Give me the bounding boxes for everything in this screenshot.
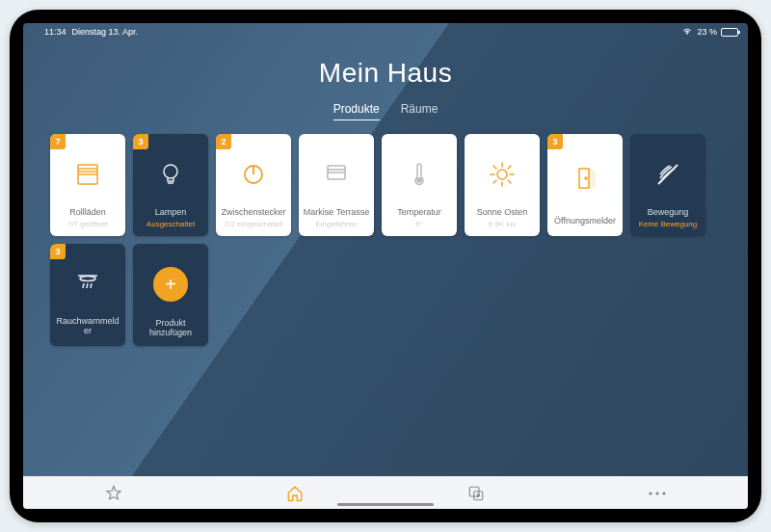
- bulb-icon: [155, 159, 186, 190]
- card-shutters[interactable]: 7 Rollläden 7/7 geöffnet: [50, 134, 125, 236]
- awning-icon: [321, 159, 352, 190]
- svg-point-4: [164, 165, 177, 178]
- home-indicator: [337, 503, 434, 506]
- motion-icon: [652, 159, 683, 190]
- badge: 2: [216, 134, 231, 149]
- card-sub: Ausgeschaltet: [146, 220, 195, 228]
- badge: 3: [547, 134, 563, 149]
- card-awning[interactable]: Markise Terrasse Eingefahren: [299, 134, 374, 236]
- svg-point-11: [417, 178, 421, 182]
- svg-point-29: [655, 492, 658, 494]
- svg-line-19: [493, 180, 496, 183]
- svg-line-18: [508, 180, 511, 183]
- card-label: Bewegung: [648, 208, 689, 218]
- card-sub: 6°: [415, 220, 423, 228]
- badge: 7: [50, 134, 66, 149]
- sun-icon: [487, 159, 518, 190]
- status-time: 11:34: [44, 27, 66, 37]
- nav-more[interactable]: [647, 483, 668, 504]
- page-title: Mein Haus: [23, 58, 748, 89]
- card-motion[interactable]: Bewegung Keine Bewegung: [630, 134, 705, 236]
- card-label: Öffnungsmelder: [554, 217, 616, 226]
- card-smoke[interactable]: 3 Rauchwarnmelder: [50, 244, 125, 346]
- svg-point-22: [585, 177, 587, 179]
- tab-products[interactable]: Produkte: [333, 102, 380, 120]
- thermometer-icon: [404, 159, 435, 190]
- svg-point-30: [662, 492, 665, 494]
- tabs: Produkte Räume: [23, 102, 748, 120]
- card-sub: Eingefahren: [315, 220, 357, 228]
- status-bar: 11:34 Dienstag 13. Apr. 23 %: [23, 23, 748, 39]
- card-sub: Keine Bewegung: [639, 220, 698, 228]
- svg-line-20: [508, 166, 511, 169]
- card-label: Rauchwarnmelder: [54, 317, 121, 336]
- card-plugs[interactable]: 2 Zwischenstecker 2/2 eingeschaltet: [216, 134, 291, 236]
- card-label: Sonne Osten: [477, 208, 528, 218]
- status-date: Dienstag 13. Apr.: [72, 27, 139, 37]
- card-label: Lampen: [155, 208, 187, 218]
- svg-line-17: [493, 166, 496, 169]
- tab-rooms[interactable]: Räume: [401, 102, 439, 120]
- screen: 11:34 Dienstag 13. Apr. 23 % Mein Haus P…: [23, 23, 748, 509]
- plus-icon: +: [153, 267, 188, 302]
- svg-point-12: [497, 170, 507, 179]
- nav-favorites[interactable]: [103, 483, 124, 504]
- card-lamps[interactable]: 3 Lampen Ausgeschaltet: [133, 134, 208, 236]
- card-sub: 2/2 eingeschaltet: [225, 220, 283, 228]
- smoke-detector-icon: [72, 268, 103, 299]
- card-label: Markise Terrasse: [304, 208, 369, 218]
- badge: 3: [50, 244, 66, 259]
- card-sub: 7/7 geöffnet: [67, 220, 108, 228]
- svg-point-28: [649, 492, 651, 494]
- shutter-icon: [72, 159, 103, 190]
- bottom-nav: [23, 476, 748, 509]
- card-sun[interactable]: Sonne Osten 9.9K lux: [465, 134, 540, 236]
- door-icon: [570, 163, 600, 194]
- badge: 3: [133, 134, 148, 149]
- svg-point-25: [80, 277, 95, 281]
- card-sub: 9.9K lux: [489, 220, 517, 228]
- device-grid: 7 Rollläden 7/7 geöffnet 3 Lampen Ausges…: [50, 134, 721, 346]
- power-icon: [238, 159, 269, 190]
- tablet-frame: 11:34 Dienstag 13. Apr. 23 % Mein Haus P…: [10, 10, 761, 522]
- card-temperature[interactable]: Temperatur 6°: [382, 134, 457, 236]
- card-label: Rollläden: [69, 208, 106, 218]
- card-label: Temperatur: [397, 208, 441, 218]
- card-add-product[interactable]: + Produkt hinzufügen: [133, 244, 208, 346]
- nav-home[interactable]: [284, 483, 306, 504]
- card-label: Produkt hinzufügen: [137, 319, 204, 338]
- card-opening-sensor[interactable]: 3 Öffnungsmelder: [547, 134, 623, 236]
- battery-icon: [721, 28, 738, 37]
- battery-percent: 23 %: [697, 27, 717, 37]
- nav-scenes[interactable]: [465, 483, 487, 504]
- card-label: Zwischenstecker: [221, 208, 285, 218]
- wifi-icon: [681, 27, 693, 38]
